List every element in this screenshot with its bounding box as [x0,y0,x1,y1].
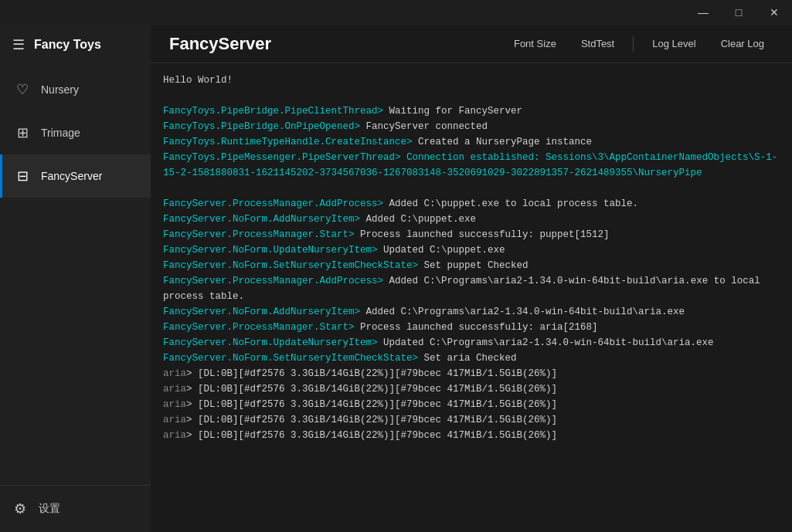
image-icon: ⊞ [15,124,30,141]
heart-icon: ♡ [15,81,30,98]
sidebar-item-nursery-label: Nursery [41,83,79,96]
server-icon: ⊟ [15,168,30,185]
log-line: FancyToys.PipeBridge.OnPipeOpened> Fancy… [163,119,780,134]
divider [633,36,634,52]
content-header: FancyServer Font Size StdTest Log Level … [151,25,792,63]
sidebar: ☰ Fancy Toys ♡ Nursery ⊞ Trimage ⊟ Fancy… [0,25,151,532]
main-content: FancyServer Font Size StdTest Log Level … [151,25,792,532]
log-line: FancyToys.PipeMessenger.PipeServerThread… [163,150,780,181]
log-line: Hello World! [163,73,780,88]
log-line: FancyServer.ProcessManager.AddProcess> A… [163,273,780,304]
header-controls: Font Size StdTest Log Level Clear Log [505,33,773,54]
sidebar-item-settings[interactable]: ⚙ 设置 [0,492,151,526]
window-controls: — □ ✕ [685,0,792,25]
sidebar-footer: ⚙ 设置 [0,485,151,532]
std-test-button[interactable]: StdTest [572,33,624,54]
app-name-label: Fancy Toys [34,38,101,52]
sidebar-item-fancyserver[interactable]: ⊟ FancyServer [0,154,151,198]
log-line: FancyServer.NoForm.AddNurseryItem> Added… [163,212,780,227]
clear-log-button[interactable]: Clear Log [712,33,773,54]
log-level-button[interactable]: Log Level [643,33,705,54]
sidebar-header: ☰ Fancy Toys [0,25,151,65]
sidebar-item-trimage-label: Trimage [41,127,80,139]
font-size-button[interactable]: Font Size [505,33,566,54]
log-line: aria> [DL:0B][#df2576 3.3GiB/14GiB(22%)]… [163,412,780,428]
log-line: FancyServer.NoForm.SetNurseryItemCheckSt… [163,258,780,273]
log-line: FancyServer.ProcessManager.AddProcess> A… [163,196,780,212]
gear-icon: ⚙ [12,500,28,517]
log-line: FancyServer.NoForm.UpdateNurseryItem> Up… [163,242,780,258]
maximize-button[interactable]: □ [721,0,756,25]
hamburger-icon[interactable]: ☰ [12,36,25,53]
log-line: FancyServer.NoForm.UpdateNurseryItem> Up… [163,335,780,351]
sidebar-item-nursery[interactable]: ♡ Nursery [0,68,151,111]
log-line: FancyServer.ProcessManager.Start> Proces… [163,227,780,242]
log-line: aria> [DL:0B][#df2576 3.3GiB/14GiB(22%)]… [163,397,780,412]
log-area[interactable]: Hello World!FancyToys.PipeBridge.PipeCli… [151,63,792,532]
log-line: FancyServer.ProcessManager.Start> Proces… [163,320,780,335]
sidebar-item-settings-label: 设置 [39,502,60,516]
minimize-button[interactable]: — [685,0,721,25]
log-line: FancyToys.RuntimeTypeHandle.CreateInstan… [163,134,780,150]
log-line: aria> [DL:0B][#df2576 3.3GiB/14GiB(22%)]… [163,428,780,443]
sidebar-item-fancyserver-label: FancyServer [41,170,102,182]
log-line: FancyServer.NoForm.SetNurseryItemCheckSt… [163,351,780,366]
sidebar-item-trimage[interactable]: ⊞ Trimage [0,111,151,154]
sidebar-nav: ♡ Nursery ⊞ Trimage ⊟ FancyServer [0,65,151,485]
log-line: aria> [DL:0B][#df2576 3.3GiB/14GiB(22%)]… [163,366,780,381]
log-line: FancyToys.PipeBridge.PipeClientThread> W… [163,103,780,119]
app-body: ☰ Fancy Toys ♡ Nursery ⊞ Trimage ⊟ Fancy… [0,25,792,532]
close-button[interactable]: ✕ [756,0,792,25]
log-line: FancyServer.NoForm.AddNurseryItem> Added… [163,304,780,320]
title-bar: — □ ✕ [0,0,792,25]
log-line: aria> [DL:0B][#df2576 3.3GiB/14GiB(22%)]… [163,381,780,397]
page-title: FancyServer [169,34,271,54]
